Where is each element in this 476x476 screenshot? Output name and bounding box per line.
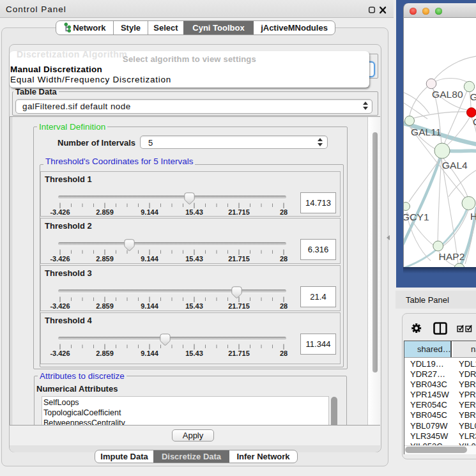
svg-text:GCY1: GCY1 <box>404 211 429 222</box>
svg-text:GAL4: GAL4 <box>442 160 468 171</box>
svg-text:C: C <box>473 116 476 127</box>
svg-text:GA: GA <box>470 91 476 102</box>
svg-text:GAL11: GAL11 <box>411 127 441 137</box>
svg-text:HI: HI <box>470 211 476 222</box>
svg-text:GAL80: GAL80 <box>432 89 463 100</box>
svg-text:HAP2: HAP2 <box>439 251 465 262</box>
